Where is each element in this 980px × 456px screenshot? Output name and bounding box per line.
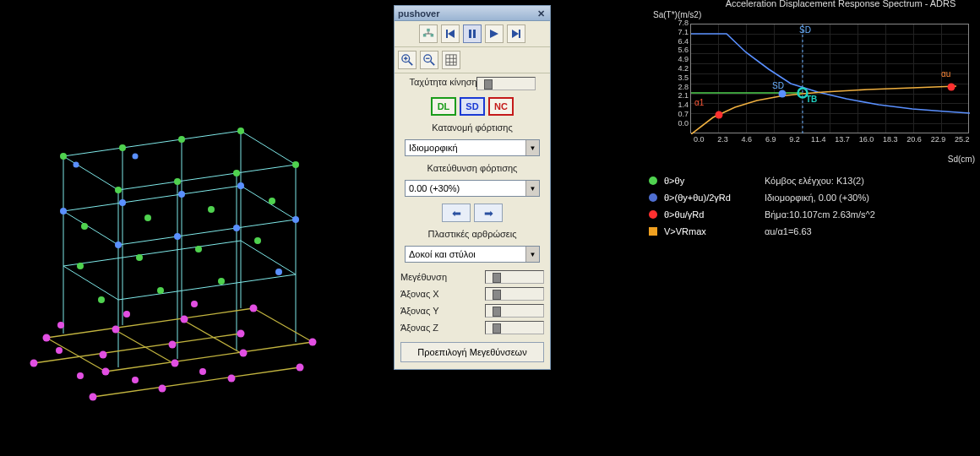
legend-column: θ>θy θ>(θy+θu)/2γRd θ>θu/γRd V>VRmax (649, 176, 731, 236)
svg-line-23 (253, 308, 313, 342)
phase-nc-button[interactable]: NC (488, 97, 514, 116)
nav-left-button[interactable]: ⬅ (442, 204, 471, 222)
svg-text:α1: α1 (694, 98, 705, 107)
svg-point-107 (716, 111, 723, 119)
svg-line-7 (241, 131, 296, 165)
zoom-in-icon[interactable] (398, 51, 416, 69)
svg-rect-85 (431, 34, 434, 37)
viewport-3d[interactable] (0, 0, 389, 456)
preselect-button[interactable]: Προεπιλογή Μεγεθύνσεων (400, 342, 544, 362)
x-ticks: 0.02.34.6 6.99.211.4 13.716.018.3 20.622… (687, 135, 974, 144)
svg-point-34 (233, 170, 240, 176)
svg-point-61 (250, 305, 258, 312)
load-dist-label: Κατανομή φόρτισης (398, 122, 547, 133)
legend-dot-icon (649, 176, 657, 185)
svg-point-36 (77, 263, 84, 269)
adrs-chart: Acceleration Displacement Response Spect… (646, 0, 980, 169)
panel-title: pushover (398, 8, 440, 19)
svg-line-5 (118, 274, 296, 300)
svg-point-110 (948, 84, 956, 91)
pushover-panel: pushover ✕ Ταχύτητα κίνησης (394, 5, 551, 370)
first-button[interactable] (441, 24, 460, 43)
pause-button[interactable] (463, 24, 482, 43)
chart-svg: SD SD TB α1 αu (691, 24, 970, 134)
zoom-slider[interactable] (485, 270, 544, 284)
load-dir-label: Κατεύθυνση φόρτισης (398, 163, 547, 173)
chevron-down-icon: ▼ (525, 247, 539, 262)
svg-point-69 (237, 330, 245, 338)
svg-point-72 (228, 375, 236, 383)
svg-line-0 (63, 131, 241, 156)
load-dist-value: Ιδιομορφική (409, 143, 458, 153)
close-icon[interactable]: ✕ (535, 8, 547, 19)
svg-rect-86 (446, 30, 448, 38)
hinges-select[interactable]: Δοκοί και στύλοι ▼ (405, 246, 540, 263)
svg-point-37 (136, 254, 143, 261)
play-button[interactable] (485, 24, 504, 43)
chevron-down-icon: ▼ (525, 181, 539, 196)
svg-line-20 (46, 308, 253, 338)
svg-point-77 (199, 368, 206, 375)
svg-rect-92 (519, 30, 520, 38)
last-button[interactable] (507, 24, 525, 43)
y-ticks: 7.87.16.4 5.64.94.2 3.52.82.1 1.40.70.0 (670, 19, 689, 128)
hierarchy-icon[interactable] (419, 24, 438, 43)
zoom-label: Μεγέθυνση (400, 272, 447, 282)
svg-point-50 (237, 182, 244, 189)
svg-rect-84 (423, 34, 427, 37)
svg-point-31 (237, 128, 244, 134)
svg-point-43 (269, 198, 275, 204)
phase-sd-button[interactable]: SD (460, 97, 485, 116)
legend-dot-icon (649, 193, 657, 202)
chart-plot-area: SD SD TB α1 αu (690, 24, 969, 133)
svg-text:SD: SD (799, 25, 811, 35)
svg-point-66 (30, 360, 38, 367)
svg-line-9 (241, 186, 296, 220)
load-dir-select[interactable]: 0.00 (+30%) ▼ (405, 180, 540, 197)
svg-point-76 (132, 377, 139, 383)
svg-line-94 (409, 62, 412, 65)
legend-item: θ>(θy+θu)/2γRd (649, 193, 731, 203)
svg-point-48 (119, 199, 126, 206)
axis-x-slider[interactable] (485, 287, 544, 301)
svg-point-41 (144, 214, 151, 221)
svg-point-30 (178, 136, 185, 143)
svg-point-47 (60, 208, 67, 214)
svg-point-64 (240, 350, 248, 357)
svg-point-73 (297, 364, 304, 372)
svg-point-79 (123, 311, 130, 318)
svg-line-2 (63, 241, 241, 266)
phase-dl-button[interactable]: DL (431, 97, 456, 116)
svg-point-52 (174, 233, 181, 240)
nav-right-button[interactable]: ➡ (474, 204, 503, 222)
grid-icon[interactable] (442, 51, 460, 69)
svg-point-39 (254, 237, 261, 244)
svg-line-4 (118, 220, 296, 245)
load-dist-select[interactable]: Ιδιομορφική ▼ (405, 139, 540, 156)
zoom-out-icon[interactable] (420, 51, 438, 69)
svg-point-29 (119, 144, 126, 151)
info-ratio: αu/α1=6.63 (765, 226, 875, 236)
axis-z-label: Άξονας Z (400, 323, 438, 333)
chevron-down-icon: ▼ (525, 140, 539, 155)
axis-z-slider[interactable] (485, 321, 544, 334)
speed-slider[interactable] (476, 77, 536, 90)
axis-y-label: Άξονας Y (400, 306, 439, 316)
svg-point-62 (102, 368, 110, 376)
svg-line-98 (431, 62, 434, 65)
speed-label: Ταχύτητα κίνησης (410, 77, 473, 90)
axis-y-slider[interactable] (485, 304, 544, 318)
svg-rect-81 (427, 29, 430, 32)
svg-point-74 (56, 347, 63, 354)
legend-item: θ>θu/γRd (649, 209, 731, 220)
hinges-value: Δοκοί και στύλοι (409, 249, 476, 259)
svg-point-42 (208, 206, 215, 213)
svg-text:SD: SD (772, 81, 784, 90)
svg-rect-88 (469, 30, 471, 38)
svg-line-25 (182, 319, 241, 353)
info-control-node: Κόμβος ελέγχου: K13(2) (765, 176, 875, 186)
panel-titlebar[interactable]: pushover ✕ (395, 6, 550, 21)
info-mode: Ιδιομορφική, 0.00 (+30%) (765, 193, 875, 203)
svg-line-1 (63, 186, 241, 211)
x-axis-label: Sd(cm) (948, 155, 975, 164)
